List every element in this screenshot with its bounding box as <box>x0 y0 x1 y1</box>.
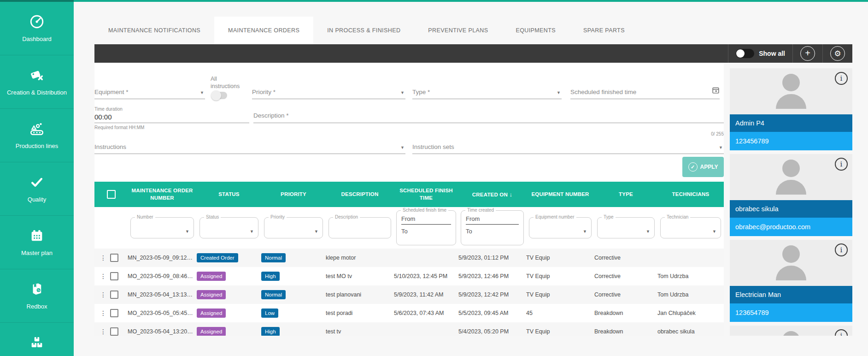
column-header-description[interactable]: DESCRIPTION <box>326 191 394 198</box>
from-input[interactable]: From <box>466 215 519 225</box>
table-row[interactable]: ⋮ MO_2023-05-09_08:46:36 Assigned High t… <box>94 267 724 285</box>
kebab-menu-icon[interactable]: ⋮ <box>100 328 106 335</box>
sidebar-item-label: Dashboard <box>20 36 53 43</box>
person-name: Admin P4 <box>730 114 852 132</box>
chevron-down-icon: ▼ <box>200 90 204 95</box>
kebab-menu-icon[interactable]: ⋮ <box>100 291 106 298</box>
column-header-priority[interactable]: PRIORITY <box>261 191 326 198</box>
type-filter-select[interactable]: Type ▼ <box>597 217 655 238</box>
time-duration-value[interactable]: 00:00 <box>94 112 249 123</box>
number-filter-select[interactable]: Number ▼ <box>130 217 194 238</box>
info-icon[interactable]: i <box>835 243 848 256</box>
plus-icon: + <box>805 48 810 58</box>
row-checkbox[interactable] <box>110 309 118 317</box>
sidebar-item-redbox[interactable]: Redbox <box>0 269 74 323</box>
time-duration-field[interactable]: Time duration 00:00 Required format HH:M… <box>94 107 249 130</box>
priority-filter-select[interactable]: Priority ▼ <box>264 217 323 238</box>
show-all-group: Show all <box>728 44 792 63</box>
all-instructions-toggle[interactable] <box>211 92 227 99</box>
tab[interactable]: MAINTENANCE NOTIFICATIONS <box>94 17 214 44</box>
priority-badge: Low <box>261 309 278 318</box>
to-input[interactable]: To <box>466 225 519 235</box>
table-row[interactable]: ⋮ MN_2023-05-04_13:13:24 Assigned Normal… <box>94 285 724 304</box>
sidebar-item-quality[interactable]: Quality <box>0 162 74 216</box>
row-checkbox[interactable] <box>110 254 118 262</box>
time-created-filter[interactable]: Time created From To <box>461 210 524 245</box>
table-row[interactable]: ⋮ MO_2023-05-05_05:45:08 Assigned Low te… <box>94 304 724 322</box>
row-checkbox[interactable] <box>110 291 118 299</box>
tab[interactable]: SPARE PARTS <box>569 17 639 44</box>
scheduled-finish-cell: 5/10/2023, 12:45 PM <box>394 273 458 279</box>
description-field[interactable]: Description * 0/ 255 <box>253 107 724 130</box>
instruction-sets-select[interactable]: Instruction sets ▼ <box>412 138 724 154</box>
sidebar-item-dashboard[interactable]: Dashboard <box>0 2 74 55</box>
scheduled-finish-filter[interactable]: Scheduled finish time From To <box>396 210 456 245</box>
tab[interactable]: MAINTENANCE ORDERS <box>214 17 313 44</box>
column-header-technicians[interactable]: TECHNICIANS <box>657 191 724 198</box>
info-icon[interactable]: i <box>835 158 848 171</box>
tab[interactable]: IN PROCESS & FINISHED <box>313 17 414 44</box>
table-row[interactable]: ⋮ MO_2023-05-04_13:20:27 Assigned High t… <box>94 322 724 336</box>
scheduled-finish-cell: 5/6/2023, 07:43 AM <box>394 310 458 316</box>
tab[interactable]: PREVENTIVE PLANS <box>414 17 502 44</box>
status-badge: Created Order <box>197 253 238 262</box>
equipment-select[interactable]: Equipment * ▼ <box>94 83 205 99</box>
apply-button[interactable]: ✓ APPLY <box>682 157 724 177</box>
technician-filter-select[interactable]: Technician ▼ <box>660 217 721 238</box>
box-icon <box>29 281 45 299</box>
description-cell: test tv <box>326 328 394 335</box>
sidebar-item-creation-distribution[interactable]: Creation & Distribution <box>0 55 74 109</box>
to-input[interactable]: To <box>401 225 451 235</box>
chevron-down-icon: ▼ <box>185 229 189 234</box>
column-header-scheduled-finish[interactable]: SCHEDULED FINISH TIME <box>394 187 458 202</box>
sidebar-item-label: Quality <box>26 196 48 203</box>
row-checkbox[interactable] <box>110 272 118 280</box>
instructions-select[interactable]: Instructions ▼ <box>94 138 405 154</box>
person-card[interactable]: i <box>730 326 852 336</box>
equipment-number-cell: TV Equip <box>526 328 594 335</box>
add-button[interactable]: + <box>800 46 815 61</box>
person-contact: obrabec@productoo.com <box>730 218 852 236</box>
column-header-created-on[interactable]: CREATED ON ↓ <box>458 190 526 199</box>
column-header-order-number[interactable]: MAINTENANCE ORDER NUMBER <box>128 187 197 202</box>
description-filter-input[interactable]: Description <box>328 217 391 238</box>
sidebar-item-warehouses[interactable]: Warehouses <box>0 323 74 356</box>
description-cell: test poradi <box>326 310 394 316</box>
table-row[interactable]: ⋮ MN_2023-05-09_09:12:03 Created Order N… <box>94 249 724 267</box>
sidebar-item-master-plan[interactable]: Master plan <box>0 216 74 269</box>
column-header-equipment-number[interactable]: EQUIPMENT NUMBER <box>526 191 594 198</box>
created-on-cell: 5/9/2023, 12:46 PM <box>458 273 526 279</box>
technicians-cell: Tom Udrzba <box>657 273 724 279</box>
show-all-toggle[interactable] <box>736 49 754 58</box>
row-checkbox[interactable] <box>110 327 118 336</box>
column-header-status[interactable]: STATUS <box>197 191 261 198</box>
tab[interactable]: EQUIPMENTS <box>502 17 569 44</box>
from-input[interactable]: From <box>401 215 451 225</box>
technicians-cell: obrabec sikula <box>657 328 724 335</box>
kebab-menu-icon[interactable]: ⋮ <box>100 309 106 317</box>
status-filter-select[interactable]: Status ▼ <box>199 217 258 238</box>
sidebar-item-label: Production lines <box>14 142 60 150</box>
priority-select[interactable]: Priority * ▼ <box>252 83 405 99</box>
person-card[interactable]: i obrabec sikula obrabec@productoo.com <box>730 154 852 236</box>
info-icon[interactable]: i <box>835 329 848 336</box>
type-select[interactable]: Type * ▼ <box>412 83 562 99</box>
select-all-checkbox[interactable] <box>107 190 116 199</box>
created-on-cell: 5/4/2023, 05:20 PM <box>458 328 526 335</box>
table-filter-row: Number ▼ Status ▼ Priority ▼ Description <box>94 207 724 249</box>
calendar-icon[interactable] <box>712 86 720 96</box>
scheduled-finished-time-field[interactable]: Scheduled finished time <box>570 83 720 99</box>
info-icon[interactable]: i <box>835 72 848 85</box>
equipment-number-cell: TV Equip <box>526 291 594 298</box>
person-card[interactable]: i Admin P4 123456789 <box>730 68 852 150</box>
settings-button[interactable]: ⚙ <box>830 46 845 61</box>
type-cell: Breakdown <box>594 310 657 316</box>
kebab-menu-icon[interactable]: ⋮ <box>100 254 106 261</box>
sidebar-item-production-lines[interactable]: Production lines <box>0 109 74 162</box>
equipment-number-filter-select[interactable]: Equipment number ▼ <box>529 217 592 238</box>
person-card[interactable]: i Electrician Man 123654789 <box>730 240 852 322</box>
column-header-type[interactable]: TYPE <box>594 191 657 198</box>
kebab-menu-icon[interactable]: ⋮ <box>100 273 106 280</box>
gear-icon: ⚙ <box>834 50 841 58</box>
priority-badge: High <box>261 272 280 281</box>
